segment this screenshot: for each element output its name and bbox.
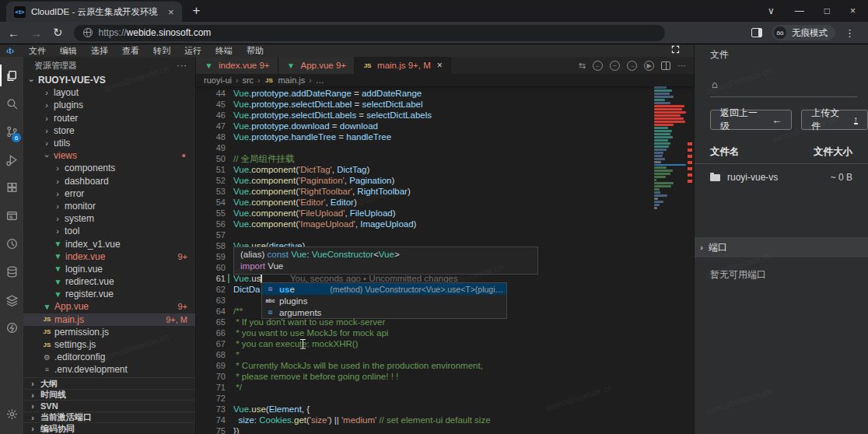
menu-选择[interactable]: 选择 <box>84 46 115 55</box>
search-icon[interactable] <box>0 89 23 117</box>
code-line-53[interactable]: 53Vue.component('RightToolbar', RightToo… <box>196 186 652 197</box>
tab-close-icon[interactable]: × <box>437 60 443 71</box>
code-line-57[interactable]: 57 <box>196 229 652 240</box>
tree-item-main.js[interactable]: JSmain.js9+, M <box>23 313 195 326</box>
site-info-icon[interactable] <box>83 28 93 37</box>
history-icon[interactable] <box>0 229 23 257</box>
menu-终端[interactable]: 终端 <box>208 46 240 55</box>
address-bar[interactable]: https://webide.sinosoft.com <box>74 25 665 41</box>
breadcrumb-item[interactable]: main.js <box>278 75 305 85</box>
open-changes-icon[interactable]: ⇆ <box>579 61 586 71</box>
layers-icon[interactable] <box>0 285 23 313</box>
file-row-ruoyi-vue-vs[interactable]: ruoyi-vue-vs~ 0 B <box>695 164 868 183</box>
fullscreen-icon[interactable] <box>671 45 680 56</box>
tree-item-router[interactable]: ›router <box>23 112 195 124</box>
window-close-icon[interactable]: × <box>850 5 856 16</box>
breadcrumb-item[interactable]: src <box>242 75 254 85</box>
tree-item-store[interactable]: ›store <box>23 124 195 137</box>
suggestion-plugins[interactable]: abcplugins <box>262 295 506 306</box>
tree-item-monitor[interactable]: ›monitor <box>23 200 195 212</box>
settings-gear-icon[interactable] <box>0 400 23 428</box>
ports-section-header[interactable]: › 端口 <box>695 237 868 257</box>
code-line-67[interactable]: 67 * you can execute: mockXHR() <box>196 338 652 349</box>
tree-item-App.vue[interactable]: ▼App.vue9+ <box>23 300 195 313</box>
code-line-74[interactable]: 74 size: Cookies.get('size') || 'medium'… <box>196 415 652 425</box>
code-line-47[interactable]: 47Vue.prototype.download = download <box>196 121 652 131</box>
window-maximize-icon[interactable]: □ <box>824 5 830 16</box>
tree-item-index.vue[interactable]: ▼index.vue9+ <box>23 250 195 263</box>
code-line-66[interactable]: 66 * you want to use MockJs for mock api <box>196 327 652 338</box>
tree-item-tool[interactable]: ›tool <box>23 225 195 237</box>
back-icon[interactable]: ← <box>8 26 19 40</box>
reload-icon[interactable]: ↻ <box>53 26 63 40</box>
code-line-50[interactable]: 50// 全局组件挂载 <box>196 153 652 164</box>
minimap[interactable] <box>654 86 686 434</box>
code-line-44[interactable]: 44Vue.prototype.addDateRange = addDateRa… <box>196 88 652 99</box>
new-tab-button[interactable]: + <box>193 3 201 19</box>
browser-menu-icon[interactable]: ⋮ <box>845 27 856 39</box>
tree-root[interactable]: ›RUOYI-VUE-VS <box>23 74 195 86</box>
tree-item-login.vue[interactable]: ▼login.vue <box>23 263 195 275</box>
code-line-69[interactable]: 69 * Currently MockJs will be used in th… <box>196 360 652 371</box>
extensions-icon[interactable] <box>0 173 23 201</box>
menu-帮助[interactable]: 帮助 <box>240 46 271 55</box>
tree-item-settings.js[interactable]: JSsettings.js <box>23 338 195 351</box>
menu-运行[interactable]: 运行 <box>177 46 208 55</box>
tree-item-components[interactable]: ›components <box>23 162 195 174</box>
tree-item-register.vue[interactable]: ▼register.vue <box>23 288 195 300</box>
suggestion-use[interactable]: ⧈use(method) VueConstructor<Vue>.use<T>(… <box>262 283 506 295</box>
code-line-49[interactable]: 49 <box>196 142 652 153</box>
tab-App.vue[interactable]: ▼App.vue 9+ <box>278 57 355 74</box>
code-area[interactable]: 44Vue.prototype.addDateRange = addDateRa… <box>196 86 694 434</box>
tree-item-.editorconfig[interactable]: ⚙.editorconfig <box>23 351 195 363</box>
power-icon[interactable] <box>0 313 23 341</box>
section-SVN[interactable]: ›SVN <box>23 400 195 411</box>
code-line-54[interactable]: 54Vue.component('Editor', Editor) <box>196 197 652 208</box>
explorer-more-icon[interactable]: ··· <box>177 61 187 70</box>
upload-button[interactable]: 上传文件↑ <box>801 110 868 130</box>
side-panel-icon[interactable] <box>751 28 762 37</box>
menu-转到[interactable]: 转到 <box>146 46 177 55</box>
suggestion-arguments[interactable]: ⧈arguments <box>262 306 506 318</box>
code-line-75[interactable]: 75}) <box>196 425 652 434</box>
tree-item-layout[interactable]: ›layout <box>23 86 195 99</box>
code-line-70[interactable]: 70 * please remove it before going onlin… <box>196 371 652 382</box>
go-up-button[interactable]: 返回上一级← <box>710 110 792 130</box>
code-line-72[interactable]: 72 <box>196 393 652 404</box>
tab-main.js[interactable]: JSmain.js 9+, M× <box>355 57 451 74</box>
nav-dot-icon[interactable]: − <box>610 61 620 71</box>
section-时间线[interactable]: ›时间线 <box>23 389 195 401</box>
code-line-68[interactable]: 68 * <box>196 349 652 360</box>
tree-item-permission.js[interactable]: JSpermission.js <box>23 326 195 338</box>
database-icon[interactable] <box>0 257 23 285</box>
tree-item-utils[interactable]: ›utils <box>23 137 195 149</box>
tree-item-system[interactable]: ›system <box>23 212 195 225</box>
window-minimize-icon[interactable]: — <box>795 5 804 16</box>
code-line-56[interactable]: 56Vue.component('ImageUpload', ImageUplo… <box>196 219 652 229</box>
tree-item-dashboard[interactable]: ›dashboard <box>23 175 195 187</box>
section-当前激活端口[interactable]: ›当前激活端口 <box>23 411 195 423</box>
menu-编辑[interactable]: 编辑 <box>53 46 84 55</box>
section-大纲[interactable]: ›大纲 <box>23 377 195 389</box>
forward-icon[interactable]: → <box>30 26 42 40</box>
explorer-icon[interactable] <box>0 61 23 89</box>
breadcrumb[interactable]: ruoyi-ui›src›JSmain.js›… <box>196 74 694 86</box>
code-line-45[interactable]: 45Vue.prototype.selectDictLabel = select… <box>196 99 652 110</box>
section-编码协同[interactable]: ›编码协同 <box>23 422 195 434</box>
breadcrumb-item[interactable]: … <box>316 75 324 85</box>
breadcrumb-item[interactable]: ruoyi-ui <box>204 75 232 85</box>
code-line-71[interactable]: 71 */ <box>196 382 652 393</box>
window-chevron-icon[interactable]: ∨ <box>768 5 775 16</box>
nav-back-icon[interactable]: ← <box>593 61 603 71</box>
code-line-73[interactable]: 73Vue.use(Element, { <box>196 404 652 415</box>
code-line-46[interactable]: 46Vue.prototype.selectDictLabels = selec… <box>196 110 652 121</box>
tab-close-icon[interactable]: × <box>168 6 174 18</box>
tree-item-.env.development[interactable]: ≡.env.development <box>23 363 195 376</box>
menu-文件[interactable]: 文件 <box>22 46 53 55</box>
tree-item-error[interactable]: ›error <box>23 187 195 200</box>
home-icon[interactable]: ⌂ <box>695 61 868 90</box>
code-line-55[interactable]: 55Vue.component('FileUpload', FileUpload… <box>196 208 652 219</box>
tree-item-redirect.vue[interactable]: ▼redirect.vue <box>23 275 195 288</box>
nav-forward-icon[interactable]: → <box>627 61 637 71</box>
source-control-icon[interactable]: 6 <box>0 117 23 145</box>
